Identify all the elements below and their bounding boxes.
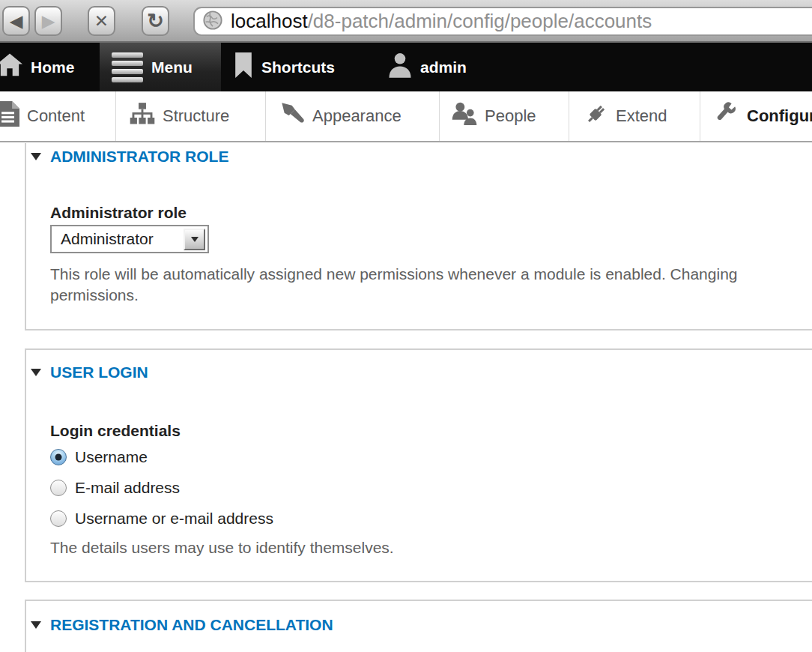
tab-content[interactable]: Content (0, 91, 116, 141)
collapse-triangle-icon (31, 621, 41, 629)
stop-icon: ✕ (94, 11, 109, 31)
administrator-role-select[interactable]: Administrator (50, 225, 209, 253)
user-icon (388, 52, 412, 82)
toolbar-item-label: Home (31, 58, 74, 76)
forward-button[interactable]: ▶ (34, 6, 62, 36)
reload-button[interactable]: ↻ (142, 6, 169, 36)
back-button[interactable]: ◀ (2, 6, 30, 36)
menu-icon (112, 52, 143, 82)
fieldset-title: USER LOGIN (50, 363, 148, 381)
toolbar-item-label: Menu (151, 58, 193, 76)
shortcuts-icon (234, 52, 253, 82)
fieldset-registration-and-cancellation: REGISTRATION AND CANCELLATION (25, 600, 812, 652)
radio-unselected-icon[interactable] (50, 510, 67, 527)
collapse-triangle-icon (31, 153, 41, 160)
url-text: localhost/d8-patch/admin/config/people/a… (231, 10, 652, 33)
fieldset-title: ADMINISTRATOR ROLE (50, 148, 228, 166)
toolbar-item-home[interactable]: Home (0, 43, 74, 91)
plug-icon (584, 102, 608, 130)
tab-label: People (485, 106, 536, 126)
toolbar-item-label: Shortcuts (261, 58, 335, 76)
tab-extend[interactable]: Extend (569, 91, 700, 141)
forward-icon: ▶ (42, 11, 55, 31)
tab-people[interactable]: People (440, 91, 569, 141)
tab-label: Extend (616, 106, 667, 126)
radio-label: E-mail address (75, 479, 180, 497)
tab-configuration[interactable]: Configuration (700, 91, 812, 141)
globe-icon (202, 10, 223, 34)
url-path: /d8-patch/admin/config/people/accounts (308, 10, 652, 32)
select-arrow-button[interactable] (184, 229, 205, 250)
fieldset-legend-registration[interactable]: REGISTRATION AND CANCELLATION (31, 616, 333, 634)
url-host: localhost (231, 10, 308, 32)
user-login-description: The details users may use to identify th… (50, 537, 394, 558)
admin-tabs: Content Structure Appearance (0, 91, 812, 142)
radio-option-username-or-email[interactable]: Username or e-mail address (50, 510, 273, 528)
home-icon (0, 53, 22, 81)
tab-label: Appearance (312, 106, 402, 126)
reload-icon: ↻ (147, 9, 164, 33)
stop-button[interactable]: ✕ (88, 6, 115, 36)
toolbar-item-shortcuts[interactable]: Shortcuts (234, 43, 335, 91)
radio-option-username[interactable]: Username (50, 448, 148, 466)
tab-structure[interactable]: Structure (116, 91, 266, 141)
login-credentials-label: Login credentials (50, 422, 181, 440)
paintbrush-icon (281, 102, 305, 130)
administrator-role-description-line1: This role will be automatically assigned… (50, 264, 738, 285)
back-icon: ◀ (10, 11, 23, 31)
sitemap-icon (130, 103, 155, 130)
wrench-icon (715, 102, 739, 130)
fieldset-administrator-role: ADMINISTRATOR ROLE Administrator role Ad… (25, 143, 812, 330)
administrator-role-label: Administrator role (50, 204, 187, 222)
radio-option-email[interactable]: E-mail address (50, 479, 180, 497)
toolbar-item-label: admin (420, 58, 467, 76)
tab-label: Content (27, 106, 85, 126)
tab-label: Structure (163, 106, 229, 126)
admin-toolbar: Home Menu Shortcuts admin (0, 43, 812, 91)
collapse-triangle-icon (31, 369, 41, 376)
tab-appearance[interactable]: Appearance (266, 91, 440, 141)
radio-unselected-icon[interactable] (50, 480, 67, 496)
radio-label: Username (75, 448, 148, 466)
document-icon (0, 101, 19, 131)
fieldset-title: REGISTRATION AND CANCELLATION (50, 616, 333, 634)
radio-selected-icon[interactable] (50, 449, 67, 465)
url-bar[interactable]: localhost/d8-patch/admin/config/people/a… (193, 7, 812, 36)
administrator-role-description-line2: permissions. (50, 285, 139, 306)
chevron-down-icon (191, 237, 199, 242)
fieldset-legend-administrator-role[interactable]: ADMINISTRATOR ROLE (31, 148, 228, 166)
select-value: Administrator (52, 230, 184, 248)
fieldset-legend-user-login[interactable]: USER LOGIN (31, 363, 148, 381)
fieldset-user-login: USER LOGIN Login credentials Username E-… (25, 348, 812, 582)
toolbar-item-menu[interactable]: Menu (100, 43, 221, 91)
radio-label: Username or e-mail address (75, 510, 273, 528)
people-icon (452, 102, 477, 130)
tab-label: Configuration (747, 106, 812, 126)
browser-chrome: ◀ ▶ ✕ ↻ localhost/d8-patch/admin/config/… (0, 0, 812, 43)
toolbar-item-admin[interactable]: admin (388, 43, 467, 91)
